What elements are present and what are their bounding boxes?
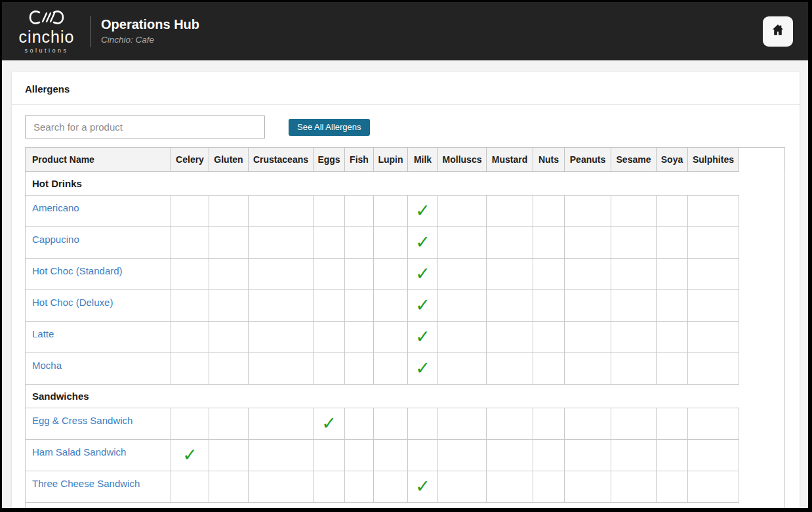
allergen-cell-molluscs — [438, 259, 487, 290]
allergen-cell-soya — [657, 259, 688, 290]
table-row: Ham Salad Sandwich✓ — [26, 440, 785, 471]
allergen-cell-mustard — [487, 196, 533, 227]
allergen-cell-lupin — [374, 196, 408, 227]
product-link[interactable]: Hot Choc (Deluxe) — [32, 297, 113, 308]
allergen-cell-sulphites — [688, 290, 739, 322]
allergen-cell-celery — [171, 471, 209, 503]
spacer-cell — [739, 408, 785, 440]
allergen-cell-sesame — [611, 471, 657, 503]
product-name-cell: Hot Choc (Standard) — [26, 259, 171, 290]
allergen-cell-eggs — [314, 290, 345, 322]
spacer-cell — [739, 196, 785, 227]
check-icon: ✓ — [415, 358, 430, 378]
category-label — [26, 503, 739, 512]
table-row: Egg & Cress Sandwich✓ — [26, 408, 785, 440]
allergen-cell-celery — [171, 408, 209, 440]
allergen-cell-fish — [345, 259, 374, 290]
product-link[interactable]: Americano — [32, 202, 79, 213]
product-link[interactable]: Ham Salad Sandwich — [32, 446, 126, 458]
check-icon: ✓ — [415, 295, 430, 315]
allergen-cell-soya — [657, 471, 688, 503]
table-row: Hot Choc (Deluxe)✓ — [26, 290, 785, 322]
allergen-cell-sesame — [611, 196, 657, 227]
allergen-cell-crustaceans — [249, 227, 314, 259]
category-row: Hot Drinks — [26, 172, 785, 196]
see-all-allergens-button[interactable]: See All Allergens — [289, 119, 370, 136]
column-header-molluscs: Molluscs — [438, 148, 487, 172]
allergen-cell-celery — [171, 259, 209, 290]
allergen-cell-lupin — [374, 290, 408, 322]
allergen-cell-eggs — [314, 227, 345, 259]
home-button[interactable] — [763, 16, 793, 47]
allergen-cell-molluscs — [438, 227, 487, 259]
spacer-column-header — [739, 148, 785, 172]
allergen-cell-sulphites — [688, 408, 739, 440]
allergen-cell-fish — [345, 440, 374, 471]
allergen-cell-mustard — [487, 227, 533, 259]
allergen-cell-eggs — [314, 471, 345, 503]
page-title: Allergens — [12, 72, 800, 105]
product-link[interactable]: Mocha — [32, 360, 62, 371]
allergen-cell-nuts — [533, 290, 565, 322]
allergen-cell-sulphites — [688, 353, 739, 385]
column-header-nuts: Nuts — [533, 148, 565, 172]
category-label: Sandwiches — [26, 385, 739, 408]
column-header-sulphites: Sulphites — [688, 148, 739, 172]
product-link[interactable]: Hot Choc (Standard) — [32, 265, 123, 276]
allergen-cell-sulphites — [688, 471, 739, 503]
allergen-cell-sesame — [611, 322, 657, 353]
product-link[interactable]: Cappucino — [32, 234, 79, 245]
allergen-cell-molluscs — [438, 408, 487, 440]
allergen-cell-celery — [171, 353, 209, 385]
allergen-cell-fish — [345, 408, 374, 440]
search-input[interactable] — [25, 115, 265, 139]
spacer-cell — [739, 503, 785, 512]
allergen-cell-lupin — [374, 353, 408, 385]
allergen-cell-fish — [345, 471, 374, 503]
product-name-cell: Three Cheese Sandwich — [26, 471, 171, 503]
product-link[interactable]: Egg & Cress Sandwich — [32, 415, 132, 426]
product-name-cell: Egg & Cress Sandwich — [26, 408, 171, 440]
allergen-cell-peanuts — [565, 471, 611, 503]
allergen-cell-molluscs — [438, 471, 487, 503]
allergen-cell-sulphites — [688, 440, 739, 471]
logo-sub-text: solutions — [24, 47, 68, 54]
allergen-cell-gluten — [209, 290, 249, 322]
allergen-cell-mustard — [487, 290, 533, 322]
product-link[interactable]: Three Cheese Sandwich — [32, 478, 140, 489]
allergen-cell-eggs — [314, 259, 345, 290]
spacer-cell — [739, 259, 785, 290]
check-icon: ✓ — [415, 327, 430, 347]
home-icon — [771, 23, 785, 39]
allergen-cell-crustaceans — [249, 322, 314, 353]
product-name-cell: Mocha — [26, 353, 171, 385]
allergen-cell-fish — [345, 196, 374, 227]
spacer-cell — [739, 322, 785, 353]
allergen-cell-sesame — [611, 227, 657, 259]
allergen-cell-lupin — [374, 227, 408, 259]
allergen-cell-sulphites — [688, 196, 739, 227]
spacer-cell — [739, 440, 785, 471]
header-divider — [91, 16, 91, 47]
allergen-cell-eggs — [314, 440, 345, 471]
allergen-cell-soya — [657, 353, 688, 385]
check-icon: ✓ — [415, 477, 430, 496]
allergen-cell-molluscs — [438, 290, 487, 322]
allergen-cell-sulphites — [688, 322, 739, 353]
allergen-cell-lupin — [374, 259, 408, 290]
column-header-crustaceans: Crustaceans — [249, 148, 314, 172]
check-icon: ✓ — [321, 414, 336, 433]
allergen-cell-nuts — [533, 227, 565, 259]
allergen-cell-peanuts — [565, 440, 611, 471]
allergen-cell-peanuts — [565, 353, 611, 385]
allergen-cell-milk — [408, 440, 438, 471]
column-header-peanuts: Peanuts — [565, 148, 611, 172]
product-link[interactable]: Latte — [32, 328, 54, 339]
allergen-cell-gluten — [209, 196, 249, 227]
allergen-cell-fish — [345, 353, 374, 385]
allergen-cell-gluten — [209, 471, 249, 503]
product-name-cell: Ham Salad Sandwich — [26, 440, 171, 471]
allergen-cell-molluscs — [438, 353, 487, 385]
allergen-cell-milk: ✓ — [408, 259, 438, 290]
spacer-cell — [739, 471, 785, 503]
